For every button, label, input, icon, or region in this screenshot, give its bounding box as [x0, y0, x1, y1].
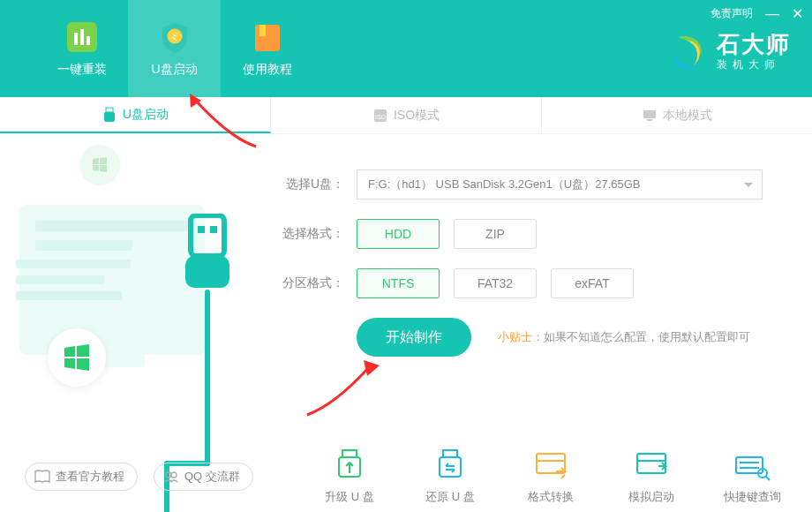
svg-rect-12 [647, 119, 652, 121]
book-icon [34, 470, 50, 484]
header: 免责声明 — ✕ 一键重装 U盘启动 使用教程 石大师 装机大师 [0, 0, 812, 97]
usb-plug-icon [182, 214, 233, 297]
svg-point-17 [166, 472, 171, 478]
tutorial-icon [250, 19, 285, 55]
svg-rect-2 [80, 29, 84, 45]
qq-group-link[interactable]: QQ 交流群 [154, 463, 253, 491]
svg-rect-23 [537, 454, 565, 473]
reinstall-icon [64, 19, 100, 55]
svg-rect-14 [198, 226, 205, 233]
svg-text:ISO: ISO [375, 114, 387, 120]
disk-select[interactable]: F:G:（hd1） USB SanDisk 3.2Gen1（U盘）27.65GB [357, 169, 763, 200]
label: 查看官方教程 [56, 469, 124, 485]
restore-usb-icon [431, 448, 470, 484]
monitor-icon [642, 108, 658, 124]
svg-rect-21 [443, 450, 457, 457]
brand: 石大师 装机大师 [665, 30, 791, 74]
footer: 查看官方教程 QQ 交流群 升级 U 盘 还原 U 盘 格式转换 模拟启动 快捷… [0, 441, 812, 512]
label: 格式转换 [528, 489, 574, 505]
tip-highlight: 小贴士： [498, 330, 544, 343]
tab-iso-mode[interactable]: ISO ISO模式 [271, 97, 542, 133]
svg-rect-15 [210, 226, 217, 233]
usb-icon [102, 107, 117, 123]
nav-label: U盘启动 [151, 62, 197, 78]
tab-label: U盘启动 [123, 107, 169, 123]
top-nav: 一键重装 U盘启动 使用教程 [0, 0, 313, 97]
windows-badge-icon [48, 328, 106, 387]
svg-rect-11 [643, 110, 656, 118]
upgrade-usb-icon [330, 448, 369, 484]
svg-rect-13 [191, 215, 224, 256]
tab-usb-boot[interactable]: U盘启动 [0, 97, 271, 133]
svg-rect-16 [185, 256, 229, 288]
main-content: 选择U盘： F:G:（hd1） USB SanDisk 3.2Gen1（U盘）2… [0, 134, 812, 461]
label: 升级 U 盘 [325, 489, 374, 505]
brand-subtitle: 装机大师 [717, 57, 791, 72]
disclaimer-link[interactable]: 免责声明 [710, 6, 753, 21]
tip-text: 小贴士：如果不知道怎么配置，使用默认配置即可 [498, 329, 750, 345]
svg-rect-6 [259, 25, 266, 36]
tab-label: 本地模式 [663, 108, 712, 124]
windows-mini-icon [79, 145, 120, 185]
brand-name: 石大师 [717, 32, 791, 57]
svg-rect-1 [74, 33, 78, 45]
nav-label: 一键重装 [57, 62, 107, 78]
iso-icon: ISO [372, 108, 388, 124]
format-label: 选择格式： [274, 226, 344, 242]
tab-label: ISO模式 [394, 108, 440, 124]
label: 还原 U 盘 [425, 489, 475, 505]
svg-point-18 [171, 472, 177, 478]
nav-usb-boot[interactable]: U盘启动 [128, 0, 221, 97]
tab-local-mode[interactable]: 本地模式 [542, 97, 812, 133]
fs-fat32[interactable]: FAT32 [454, 268, 537, 298]
hotkey-lookup-button[interactable]: 快捷键查询 [717, 448, 787, 505]
svg-rect-3 [86, 36, 90, 45]
titlebar: 免责声明 — ✕ [710, 5, 803, 22]
nav-reinstall[interactable]: 一键重装 [35, 0, 128, 97]
svg-rect-19 [342, 450, 357, 457]
official-tutorial-link[interactable]: 查看官方教程 [25, 463, 138, 491]
upgrade-usb-button[interactable]: 升级 U 盘 [314, 448, 385, 505]
svg-rect-24 [637, 454, 665, 473]
svg-rect-8 [104, 112, 115, 122]
simulate-icon [632, 448, 671, 484]
svg-rect-7 [106, 108, 113, 112]
illustration [0, 134, 274, 461]
group-icon [163, 470, 179, 484]
label: 模拟启动 [628, 489, 674, 505]
nav-tutorial[interactable]: 使用教程 [221, 0, 313, 97]
label: 快捷键查询 [724, 489, 781, 505]
nav-label: 使用教程 [243, 62, 292, 78]
partition-label: 分区格式： [274, 275, 344, 291]
svg-rect-5 [255, 25, 280, 51]
format-zip[interactable]: ZIP [454, 219, 537, 249]
fs-ntfs[interactable]: NTFS [357, 268, 440, 298]
simulate-boot-button[interactable]: 模拟启动 [616, 448, 687, 505]
disk-label: 选择U盘： [274, 177, 344, 192]
minimize-button[interactable]: — [765, 6, 779, 22]
mode-tabs: U盘启动 ISO ISO模式 本地模式 [0, 97, 812, 134]
convert-icon [531, 448, 570, 484]
convert-format-button[interactable]: 格式转换 [515, 448, 586, 505]
format-hdd[interactable]: HDD [357, 219, 440, 249]
start-create-button[interactable]: 开始制作 [357, 318, 471, 357]
close-button[interactable]: ✕ [792, 5, 803, 22]
fs-exfat[interactable]: exFAT [551, 268, 634, 298]
brand-logo-icon [665, 30, 710, 74]
restore-usb-button[interactable]: 还原 U 盘 [415, 448, 485, 505]
config-form: 选择U盘： F:G:（hd1） USB SanDisk 3.2Gen1（U盘）2… [274, 134, 812, 461]
keyboard-search-icon [733, 448, 771, 484]
label: QQ 交流群 [184, 469, 240, 485]
disk-value: F:G:（hd1） USB SanDisk 3.2Gen1（U盘）27.65GB [368, 177, 641, 192]
usb-shield-icon [157, 19, 192, 55]
